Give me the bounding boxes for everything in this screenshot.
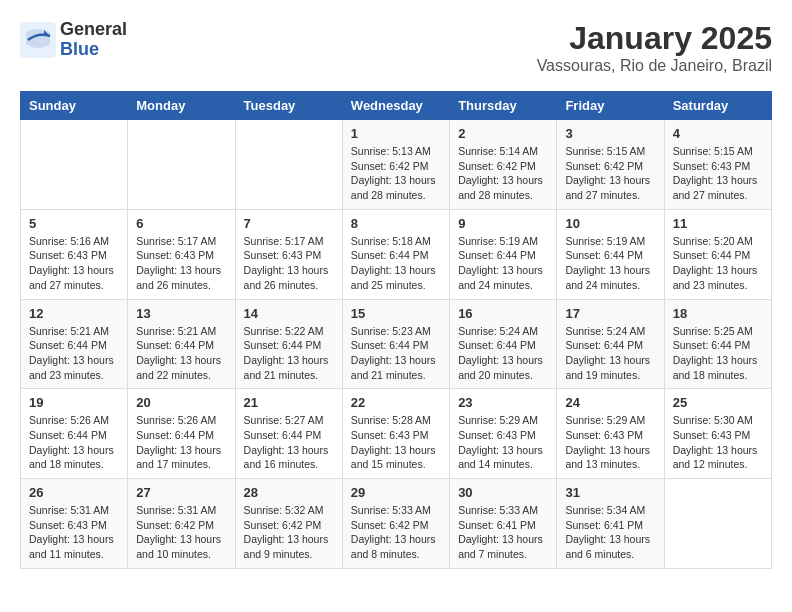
- day-number: 8: [351, 216, 441, 231]
- day-number: 26: [29, 485, 119, 500]
- header-wednesday: Wednesday: [342, 92, 449, 120]
- day-cell: 23 Sunrise: 5:29 AMSunset: 6:43 PMDaylig…: [450, 389, 557, 479]
- day-info: Sunrise: 5:17 AMSunset: 6:43 PMDaylight:…: [136, 234, 226, 293]
- day-number: 7: [244, 216, 334, 231]
- day-info: Sunrise: 5:21 AMSunset: 6:44 PMDaylight:…: [136, 324, 226, 383]
- day-number: 12: [29, 306, 119, 321]
- day-info: Sunrise: 5:19 AMSunset: 6:44 PMDaylight:…: [565, 234, 655, 293]
- day-info: Sunrise: 5:33 AMSunset: 6:42 PMDaylight:…: [351, 503, 441, 562]
- day-info: Sunrise: 5:25 AMSunset: 6:44 PMDaylight:…: [673, 324, 763, 383]
- logo-text: General Blue: [60, 20, 127, 60]
- day-cell: 28 Sunrise: 5:32 AMSunset: 6:42 PMDaylig…: [235, 479, 342, 569]
- day-cell: 7 Sunrise: 5:17 AMSunset: 6:43 PMDayligh…: [235, 209, 342, 299]
- day-cell: 3 Sunrise: 5:15 AMSunset: 6:42 PMDayligh…: [557, 120, 664, 210]
- day-cell: 16 Sunrise: 5:24 AMSunset: 6:44 PMDaylig…: [450, 299, 557, 389]
- logo: General Blue: [20, 20, 127, 60]
- day-info: Sunrise: 5:31 AMSunset: 6:42 PMDaylight:…: [136, 503, 226, 562]
- day-cell: 14 Sunrise: 5:22 AMSunset: 6:44 PMDaylig…: [235, 299, 342, 389]
- day-info: Sunrise: 5:32 AMSunset: 6:42 PMDaylight:…: [244, 503, 334, 562]
- day-cell: 30 Sunrise: 5:33 AMSunset: 6:41 PMDaylig…: [450, 479, 557, 569]
- header-tuesday: Tuesday: [235, 92, 342, 120]
- day-number: 4: [673, 126, 763, 141]
- day-info: Sunrise: 5:26 AMSunset: 6:44 PMDaylight:…: [136, 413, 226, 472]
- day-cell: 10 Sunrise: 5:19 AMSunset: 6:44 PMDaylig…: [557, 209, 664, 299]
- day-info: Sunrise: 5:21 AMSunset: 6:44 PMDaylight:…: [29, 324, 119, 383]
- day-number: 19: [29, 395, 119, 410]
- calendar-table: SundayMondayTuesdayWednesdayThursdayFrid…: [20, 91, 772, 569]
- week-row-2: 5 Sunrise: 5:16 AMSunset: 6:43 PMDayligh…: [21, 209, 772, 299]
- calendar-subtitle: Vassouras, Rio de Janeiro, Brazil: [537, 57, 772, 75]
- day-number: 30: [458, 485, 548, 500]
- day-cell: 17 Sunrise: 5:24 AMSunset: 6:44 PMDaylig…: [557, 299, 664, 389]
- day-info: Sunrise: 5:14 AMSunset: 6:42 PMDaylight:…: [458, 144, 548, 203]
- header-saturday: Saturday: [664, 92, 771, 120]
- day-number: 14: [244, 306, 334, 321]
- day-number: 27: [136, 485, 226, 500]
- day-number: 25: [673, 395, 763, 410]
- day-info: Sunrise: 5:33 AMSunset: 6:41 PMDaylight:…: [458, 503, 548, 562]
- day-info: Sunrise: 5:22 AMSunset: 6:44 PMDaylight:…: [244, 324, 334, 383]
- day-info: Sunrise: 5:17 AMSunset: 6:43 PMDaylight:…: [244, 234, 334, 293]
- day-info: Sunrise: 5:23 AMSunset: 6:44 PMDaylight:…: [351, 324, 441, 383]
- day-cell: 2 Sunrise: 5:14 AMSunset: 6:42 PMDayligh…: [450, 120, 557, 210]
- week-row-3: 12 Sunrise: 5:21 AMSunset: 6:44 PMDaylig…: [21, 299, 772, 389]
- title-block: January 2025 Vassouras, Rio de Janeiro, …: [537, 20, 772, 75]
- day-info: Sunrise: 5:24 AMSunset: 6:44 PMDaylight:…: [565, 324, 655, 383]
- day-number: 2: [458, 126, 548, 141]
- week-row-4: 19 Sunrise: 5:26 AMSunset: 6:44 PMDaylig…: [21, 389, 772, 479]
- day-cell: 26 Sunrise: 5:31 AMSunset: 6:43 PMDaylig…: [21, 479, 128, 569]
- day-info: Sunrise: 5:19 AMSunset: 6:44 PMDaylight:…: [458, 234, 548, 293]
- day-info: Sunrise: 5:13 AMSunset: 6:42 PMDaylight:…: [351, 144, 441, 203]
- day-info: Sunrise: 5:18 AMSunset: 6:44 PMDaylight:…: [351, 234, 441, 293]
- header-monday: Monday: [128, 92, 235, 120]
- day-cell: 20 Sunrise: 5:26 AMSunset: 6:44 PMDaylig…: [128, 389, 235, 479]
- day-cell: 6 Sunrise: 5:17 AMSunset: 6:43 PMDayligh…: [128, 209, 235, 299]
- header-thursday: Thursday: [450, 92, 557, 120]
- day-number: 28: [244, 485, 334, 500]
- header-row: SundayMondayTuesdayWednesdayThursdayFrid…: [21, 92, 772, 120]
- day-info: Sunrise: 5:16 AMSunset: 6:43 PMDaylight:…: [29, 234, 119, 293]
- day-info: Sunrise: 5:20 AMSunset: 6:44 PMDaylight:…: [673, 234, 763, 293]
- day-number: 13: [136, 306, 226, 321]
- day-cell: 27 Sunrise: 5:31 AMSunset: 6:42 PMDaylig…: [128, 479, 235, 569]
- day-cell: 13 Sunrise: 5:21 AMSunset: 6:44 PMDaylig…: [128, 299, 235, 389]
- day-cell: 9 Sunrise: 5:19 AMSunset: 6:44 PMDayligh…: [450, 209, 557, 299]
- day-cell: [21, 120, 128, 210]
- day-cell: 29 Sunrise: 5:33 AMSunset: 6:42 PMDaylig…: [342, 479, 449, 569]
- day-info: Sunrise: 5:27 AMSunset: 6:44 PMDaylight:…: [244, 413, 334, 472]
- logo-blue: Blue: [60, 40, 127, 60]
- day-cell: 1 Sunrise: 5:13 AMSunset: 6:42 PMDayligh…: [342, 120, 449, 210]
- day-number: 9: [458, 216, 548, 231]
- day-info: Sunrise: 5:24 AMSunset: 6:44 PMDaylight:…: [458, 324, 548, 383]
- day-number: 10: [565, 216, 655, 231]
- day-number: 24: [565, 395, 655, 410]
- day-cell: [128, 120, 235, 210]
- day-number: 6: [136, 216, 226, 231]
- day-number: 20: [136, 395, 226, 410]
- day-number: 21: [244, 395, 334, 410]
- day-number: 18: [673, 306, 763, 321]
- day-cell: 5 Sunrise: 5:16 AMSunset: 6:43 PMDayligh…: [21, 209, 128, 299]
- day-number: 29: [351, 485, 441, 500]
- calendar-title: January 2025: [537, 20, 772, 57]
- day-number: 5: [29, 216, 119, 231]
- day-info: Sunrise: 5:29 AMSunset: 6:43 PMDaylight:…: [458, 413, 548, 472]
- day-cell: 4 Sunrise: 5:15 AMSunset: 6:43 PMDayligh…: [664, 120, 771, 210]
- week-row-5: 26 Sunrise: 5:31 AMSunset: 6:43 PMDaylig…: [21, 479, 772, 569]
- day-info: Sunrise: 5:34 AMSunset: 6:41 PMDaylight:…: [565, 503, 655, 562]
- header-friday: Friday: [557, 92, 664, 120]
- day-info: Sunrise: 5:29 AMSunset: 6:43 PMDaylight:…: [565, 413, 655, 472]
- day-number: 11: [673, 216, 763, 231]
- day-info: Sunrise: 5:26 AMSunset: 6:44 PMDaylight:…: [29, 413, 119, 472]
- logo-icon: [20, 22, 56, 58]
- day-number: 23: [458, 395, 548, 410]
- day-cell: 8 Sunrise: 5:18 AMSunset: 6:44 PMDayligh…: [342, 209, 449, 299]
- day-number: 31: [565, 485, 655, 500]
- day-cell: 12 Sunrise: 5:21 AMSunset: 6:44 PMDaylig…: [21, 299, 128, 389]
- day-info: Sunrise: 5:15 AMSunset: 6:42 PMDaylight:…: [565, 144, 655, 203]
- day-cell: 22 Sunrise: 5:28 AMSunset: 6:43 PMDaylig…: [342, 389, 449, 479]
- day-cell: [664, 479, 771, 569]
- day-info: Sunrise: 5:31 AMSunset: 6:43 PMDaylight:…: [29, 503, 119, 562]
- logo-general: General: [60, 20, 127, 40]
- day-cell: 31 Sunrise: 5:34 AMSunset: 6:41 PMDaylig…: [557, 479, 664, 569]
